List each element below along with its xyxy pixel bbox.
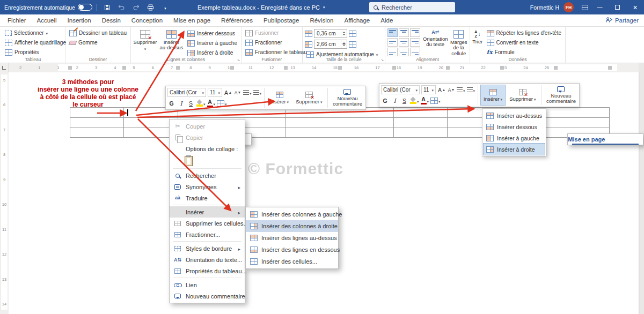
- quick-access-chevron-icon[interactable]: [159, 0, 171, 14]
- tab-aide[interactable]: Aide: [375, 14, 398, 26]
- font-name-select[interactable]: Calibri (Cor: [381, 85, 420, 94]
- align-top-center-button[interactable]: [399, 28, 409, 37]
- grow-font-button[interactable]: A: [437, 85, 445, 94]
- insert-right-button[interactable]: Insérer à droite: [186, 48, 239, 57]
- align-bottom-center-button[interactable]: [399, 48, 409, 56]
- view-gridlines-button[interactable]: Afficher le quadrillage: [3, 38, 68, 47]
- new-comment-button[interactable]: Nouveau commentaire: [331, 88, 364, 108]
- row-height-input[interactable]: 0,36 cm: [314, 29, 347, 38]
- select-table-button[interactable]: Sélectionner: [3, 28, 68, 38]
- text-orientation-button[interactable]: A⇄Orientation du texte: [423, 28, 448, 48]
- menu-item-inserer[interactable]: Insérer: [170, 206, 245, 218]
- font-size-select[interactable]: 11: [421, 85, 436, 94]
- borders-button[interactable]: [217, 99, 227, 108]
- font-color-button[interactable]: A: [421, 96, 429, 105]
- bold-button[interactable]: G: [381, 96, 389, 105]
- shrink-font-button[interactable]: A: [233, 88, 241, 97]
- menu-item-orientation-du-texte[interactable]: A⇅Orientation du texte...: [170, 254, 245, 265]
- tab-selector-button[interactable]: [0, 63, 9, 72]
- delete-button[interactable]: ✕Supprimer: [133, 28, 157, 52]
- print-icon[interactable]: [145, 0, 157, 14]
- menu-item-inserer-a-gauche[interactable]: Insérer à gauche: [484, 132, 545, 144]
- cell-margins-button[interactable]: Marges de la cellule: [450, 28, 467, 56]
- draw-table-button[interactable]: Dessiner un tableau: [68, 28, 128, 38]
- split-table-button[interactable]: Fractionner le tableau: [244, 48, 309, 57]
- menu-item-rechercher[interactable]: Rechercher: [170, 170, 245, 181]
- menu-item-traduire[interactable]: aàTraduire: [170, 192, 245, 204]
- menu-item-inserer-lignes-dessus[interactable]: Insérer des lignes au-dessus: [246, 232, 338, 244]
- bullet-list-button[interactable]: [243, 88, 252, 97]
- redo-icon[interactable]: [130, 0, 142, 14]
- eraser-button[interactable]: Gomme: [68, 38, 128, 47]
- menu-item-synonymes[interactable]: Synonymes: [170, 181, 245, 192]
- ribbon-display-options-icon[interactable]: [579, 0, 591, 14]
- grow-font-button[interactable]: A: [224, 88, 232, 97]
- save-icon[interactable]: [101, 0, 113, 14]
- menu-item-inserer-dessous[interactable]: Insérer dessous: [484, 121, 545, 132]
- menu-item-copier[interactable]: Copier: [170, 132, 245, 143]
- align-top-right-button[interactable]: [410, 28, 420, 37]
- menu-item-inserer-cellules[interactable]: Insérer des cellules...: [246, 256, 338, 267]
- tab-dessin[interactable]: Dessin: [97, 14, 126, 26]
- column-width-input[interactable]: 2,66 cm: [314, 40, 347, 49]
- spinner-icon[interactable]: [341, 40, 347, 48]
- new-comment-button[interactable]: Nouveau commentaire: [544, 85, 577, 105]
- user-name[interactable]: Formettic H: [530, 4, 559, 11]
- convert-to-text-button[interactable]: Convertir en texte: [485, 38, 563, 47]
- menu-item-supprimer-les-cellules[interactable]: Supprimer les cellules...: [170, 218, 245, 229]
- insert-above-button[interactable]: Insérer au-dessus: [159, 28, 184, 51]
- sort-button[interactable]: AZ↓ Trier: [472, 28, 483, 44]
- avatar[interactable]: FH: [564, 2, 574, 12]
- borders-button[interactable]: [430, 96, 441, 105]
- close-button[interactable]: [626, 0, 644, 14]
- paste-option-button[interactable]: [170, 154, 245, 167]
- table-properties-button[interactable]: Propriétés: [3, 48, 68, 57]
- tab-affichage[interactable]: Affichage: [339, 14, 376, 26]
- menu-item-lien[interactable]: Lien: [170, 279, 245, 290]
- numbered-list-button[interactable]: [467, 85, 475, 94]
- align-center-left-button[interactable]: [387, 38, 398, 47]
- autosave-toggle[interactable]: Enregistrement automatique: [4, 4, 92, 11]
- menu-item-inserer-colonnes-droite[interactable]: Insérer des colonnes à droite: [246, 220, 338, 232]
- tab-revision[interactable]: Révision: [304, 14, 339, 26]
- menu-item-inserer-a-droite[interactable]: Insérer à droite: [484, 144, 545, 155]
- underline-button[interactable]: S: [400, 96, 408, 105]
- tab-mise-en-page[interactable]: Mise en page: [168, 14, 216, 26]
- distribute-columns-icon[interactable]: [349, 41, 356, 48]
- menu-item-inserer-lignes-dessous[interactable]: Insérer des lignes en dessous: [246, 244, 338, 256]
- font-size-select[interactable]: 11: [208, 88, 222, 97]
- font-name-select[interactable]: Calibri (Cor: [167, 88, 206, 97]
- font-color-button[interactable]: A: [207, 99, 216, 108]
- tab-accueil[interactable]: Accueil: [32, 14, 62, 26]
- insert-left-button[interactable]: Insérer à gauche: [186, 39, 239, 48]
- align-center-right-button[interactable]: [410, 38, 420, 47]
- undo-icon[interactable]: [116, 0, 128, 14]
- shrink-font-button[interactable]: A: [447, 85, 455, 94]
- align-top-left-button[interactable]: [387, 28, 398, 37]
- document-title[interactable]: Exemple tableau.docx - Enregistré dans c…: [197, 0, 325, 14]
- align-center-button[interactable]: [399, 38, 409, 47]
- italic-button[interactable]: I: [177, 99, 185, 108]
- italic-button[interactable]: I: [391, 96, 399, 105]
- delete-button[interactable]: ✕ Supprimer: [507, 85, 538, 105]
- insert-below-button[interactable]: Insérer dessous: [186, 29, 239, 38]
- vertical-ruler[interactable]: 567891011121314: [0, 72, 9, 314]
- spinner-icon[interactable]: [341, 29, 347, 38]
- numbered-list-button[interactable]: [253, 88, 262, 97]
- menu-item-nouveau-commentaire[interactable]: Nouveau commentaire: [170, 290, 245, 302]
- merge-cells-button[interactable]: Fusionner: [244, 28, 309, 38]
- insert-button[interactable]: Insérer: [267, 88, 291, 108]
- menu-item-fractionner[interactable]: Fractionner...: [170, 229, 245, 240]
- tab-fichier[interactable]: Fichier: [2, 14, 32, 26]
- underline-button[interactable]: S: [187, 99, 195, 108]
- formula-button[interactable]: fxFormule: [485, 48, 563, 57]
- minimize-button[interactable]: [591, 0, 609, 14]
- align-bottom-left-button[interactable]: [387, 48, 398, 56]
- menu-item-couper[interactable]: ✂Couper: [170, 121, 245, 132]
- tab-references[interactable]: Références: [216, 14, 258, 26]
- search-input[interactable]: [382, 4, 443, 11]
- menu-item-proprietes-du-tableau[interactable]: Propriétés du tableau...: [170, 265, 245, 276]
- menu-item-inserer-colonnes-gauche[interactable]: Insérer des colonnes à gauche: [246, 208, 338, 220]
- distribute-rows-icon[interactable]: [349, 31, 356, 37]
- share-button[interactable]: Partager: [605, 17, 639, 24]
